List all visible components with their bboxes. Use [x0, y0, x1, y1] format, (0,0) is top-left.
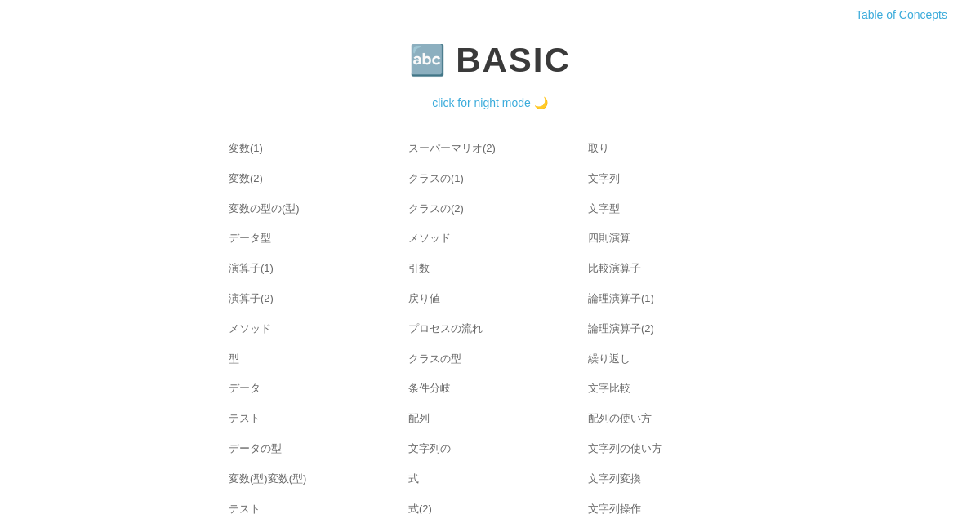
title-emoji: 🔤	[409, 43, 446, 78]
list-item: 文字列の使い方	[580, 434, 760, 464]
list-item: クラスの(2)	[400, 194, 580, 224]
list-item: 文字型	[580, 194, 760, 224]
list-item: 式	[400, 464, 580, 494]
list-item: 変数(1)	[220, 134, 400, 164]
list-item: 演算子(2)	[220, 284, 400, 314]
page-title: 🔤 BASIC	[0, 41, 980, 80]
list-item: 論理演算子(1)	[580, 284, 760, 314]
list-item: メソッド	[220, 314, 400, 344]
list-item: 文字比較	[580, 374, 760, 404]
list-item: 繰り返し	[580, 344, 760, 374]
title-text: BASIC	[456, 41, 571, 80]
list-item: データの型	[220, 434, 400, 464]
list-item: テスト	[220, 494, 400, 514]
list-item: 取り	[580, 134, 760, 164]
list-item: 式(2)	[400, 494, 580, 514]
list-item: スーパーマリオ(2)	[400, 134, 580, 164]
concept-grid: 変数(1)スーパーマリオ(2)取り変数(2)クラスの(1)文字列変数の型の(型)…	[204, 134, 776, 514]
list-item: 文字列変換	[580, 464, 760, 494]
list-item: 文字列の	[400, 434, 580, 464]
list-item: 型	[220, 344, 400, 374]
list-item: 変数の型の(型)	[220, 194, 400, 224]
list-item: 配列の使い方	[580, 404, 760, 434]
list-item: 条件分岐	[400, 374, 580, 404]
list-item: 論理演算子(2)	[580, 314, 760, 344]
list-item: テスト	[220, 404, 400, 434]
list-item: 比較演算子	[580, 254, 760, 284]
list-item: 引数	[400, 254, 580, 284]
list-item: クラスの(1)	[400, 164, 580, 194]
list-item: 四則演算	[580, 224, 760, 254]
list-item: 文字列	[580, 164, 760, 194]
list-item: 文字列操作	[580, 494, 760, 514]
list-item: 配列	[400, 404, 580, 434]
list-item: 変数(2)	[220, 164, 400, 194]
list-item: プロセスの流れ	[400, 314, 580, 344]
list-item: データ	[220, 374, 400, 404]
list-item: 変数(型)変数(型)	[220, 464, 400, 494]
list-item: クラスの型	[400, 344, 580, 374]
night-mode-link[interactable]: click for night mode 🌙	[0, 96, 980, 109]
table-of-concepts-link[interactable]: Table of Concepts	[856, 8, 947, 21]
list-item: データ型	[220, 224, 400, 254]
list-item: メソッド	[400, 224, 580, 254]
list-item: 戻り値	[400, 284, 580, 314]
list-item: 演算子(1)	[220, 254, 400, 284]
